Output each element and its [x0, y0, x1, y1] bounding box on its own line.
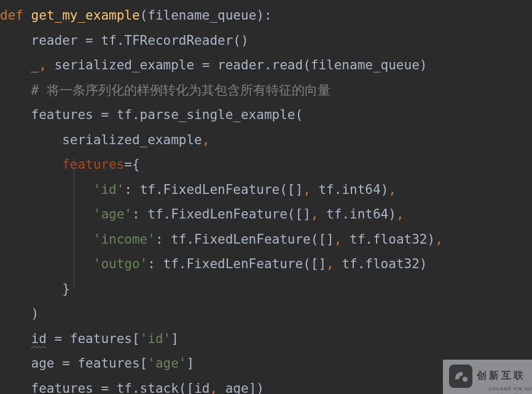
code-line: 'age': tf.FixedLenFeature([], tf.int64),: [0, 207, 404, 222]
svg-rect-0: [449, 365, 472, 388]
code-line: }: [0, 282, 70, 296]
code-line: age = features['age']: [0, 356, 194, 371]
code-line: features = tf.parse_single_example(: [0, 107, 303, 122]
code-line: serialized_example,: [0, 133, 209, 147]
code-line: 'income': tf.FixedLenFeature([], tf.floa…: [0, 232, 443, 247]
watermark-badge: 创新互联 CHUANG XIN HU LIAN https://blog.: [443, 360, 532, 394]
kwarg-features: features: [62, 157, 124, 172]
code-line: # 将一条序列化的样例转化为其包含所有特征的向量: [0, 83, 331, 98]
keyword-def: def: [0, 8, 23, 23]
code-line: 'outgo': tf.FixedLenFeature([], tf.float…: [0, 257, 427, 271]
code-line: id = features['id']: [0, 331, 179, 346]
watermark-subtitle: CHUANG XIN HU LIAN: [477, 377, 532, 394]
indent-guide: [74, 158, 74, 288]
code-line: features={: [0, 157, 140, 172]
code-editor[interactable]: def get_my_example(filename_queue): read…: [0, 0, 532, 394]
code-line: _, serialized_example = reader.read(file…: [0, 58, 427, 72]
svg-point-1: [463, 377, 467, 382]
code-line: def get_my_example(filename_queue):: [0, 8, 272, 23]
code-line: reader = tf.TFRecordReader(): [0, 33, 249, 48]
function-name: get_my_example: [31, 8, 140, 23]
code-line: ): [0, 306, 39, 321]
code-line: features = tf.stack([id, age]): [0, 381, 264, 395]
code-line: 'id': tf.FixedLenFeature([], tf.int64),: [0, 182, 396, 197]
watermark-logo-icon: [449, 365, 472, 388]
comment: # 将一条序列化的样例转化为其包含所有特征的向量: [31, 83, 331, 98]
